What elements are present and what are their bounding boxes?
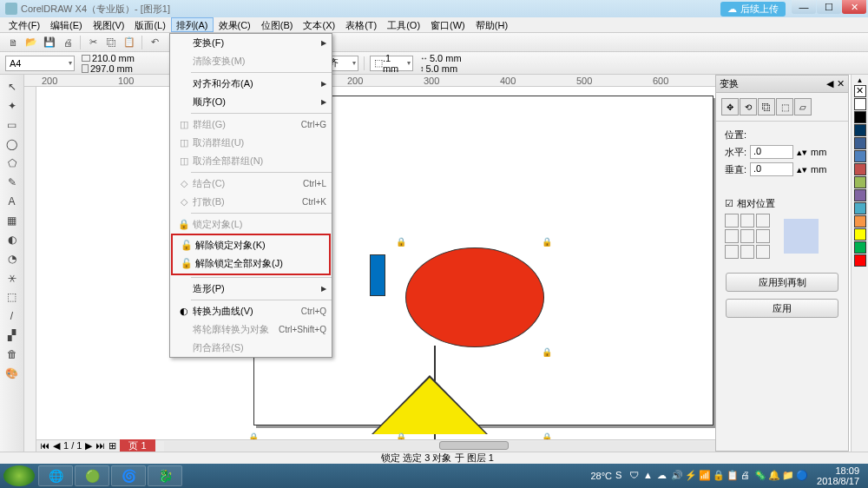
color-swatch[interactable] bbox=[854, 163, 866, 175]
ellipse-shape[interactable] bbox=[405, 247, 544, 347]
canvas-area[interactable]: 🔒 🔒 🔒 🔒 🔒 🔒 🔒 🔒 bbox=[36, 87, 715, 439]
menu-item[interactable]: 造形(P)▶ bbox=[170, 280, 332, 298]
next-page-icon[interactable]: ▶ bbox=[85, 440, 92, 452]
horizontal-scrollbar[interactable] bbox=[164, 441, 715, 452]
anchor-grid[interactable] bbox=[725, 214, 770, 259]
tool-5[interactable]: ✎ bbox=[3, 174, 21, 191]
tool-7[interactable]: ▦ bbox=[3, 212, 21, 229]
horizontal-input[interactable]: .0 bbox=[750, 145, 793, 159]
menu-1[interactable]: 编辑(E) bbox=[45, 17, 88, 32]
tray-icon[interactable]: 🔔 bbox=[768, 470, 780, 482]
paper-size-combo[interactable]: A4 bbox=[5, 56, 75, 71]
docker-close-icon[interactable]: ✕ bbox=[837, 78, 845, 89]
first-page-icon[interactable]: ⏮ bbox=[40, 440, 49, 452]
color-swatch[interactable] bbox=[854, 150, 866, 162]
color-swatch[interactable] bbox=[854, 111, 866, 123]
taskbar-app[interactable]: 🌀 bbox=[111, 465, 146, 486]
tray-icon[interactable]: ☁ bbox=[657, 470, 669, 482]
menu-item[interactable]: 顺序(O)▶ bbox=[170, 93, 332, 111]
triangle-shape[interactable] bbox=[373, 378, 486, 434]
tray-icon[interactable]: 🔵 bbox=[796, 470, 808, 482]
tool-15[interactable]: 🎨 bbox=[3, 365, 21, 382]
tray-icon[interactable]: 📋 bbox=[727, 470, 739, 482]
menu-11[interactable]: 帮助(H) bbox=[470, 17, 513, 32]
color-swatch[interactable] bbox=[854, 189, 866, 201]
nudge-y[interactable]: 5.0 mm bbox=[425, 63, 457, 74]
maximize-button[interactable]: ☐ bbox=[817, 0, 841, 14]
tray-icon[interactable]: ▲ bbox=[643, 470, 655, 482]
tool-0[interactable]: ↖ bbox=[3, 78, 21, 96]
menu-4[interactable]: 排列(A) bbox=[171, 17, 214, 32]
minimize-button[interactable]: — bbox=[792, 0, 816, 14]
menu-item[interactable]: 🔓解除锁定对象(K) bbox=[173, 236, 329, 254]
tool-8[interactable]: ◐ bbox=[3, 231, 21, 248]
page-tab[interactable]: 页 1 bbox=[120, 439, 155, 452]
vertical-input[interactable]: .0 bbox=[750, 162, 793, 176]
size-mode-icon[interactable]: ⬚ bbox=[776, 98, 793, 115]
tray-icon[interactable]: S bbox=[615, 470, 628, 482]
tray-icon[interactable]: 🦠 bbox=[754, 470, 766, 482]
weather-temp[interactable]: 28°C bbox=[590, 471, 612, 481]
tool-4[interactable]: ⬠ bbox=[3, 155, 21, 172]
color-swatch[interactable] bbox=[854, 98, 866, 110]
add-page-icon[interactable]: ⊞ bbox=[108, 440, 116, 452]
rotate-mode-icon[interactable]: ⟲ bbox=[740, 98, 757, 115]
tool-12[interactable]: / bbox=[3, 307, 21, 325]
tray-icon[interactable]: 📁 bbox=[782, 470, 794, 482]
color-swatch[interactable] bbox=[854, 124, 866, 136]
skew-mode-icon[interactable]: ▱ bbox=[794, 98, 812, 115]
new-icon[interactable]: 🗎 bbox=[5, 35, 21, 50]
tool-14[interactable]: 🗑 bbox=[3, 346, 21, 363]
color-swatch[interactable] bbox=[854, 254, 866, 267]
tray-icon[interactable]: ⚡ bbox=[685, 470, 697, 482]
tool-1[interactable]: ✦ bbox=[3, 97, 21, 115]
color-swatch[interactable] bbox=[854, 215, 866, 228]
taskbar-app[interactable]: 🐉 bbox=[148, 465, 182, 486]
page-height[interactable]: 297.0 mm bbox=[90, 63, 133, 74]
tray-icon[interactable]: 🛡 bbox=[629, 470, 641, 482]
tray-icon[interactable]: 🔒 bbox=[713, 470, 725, 482]
copy-icon[interactable]: ⿻ bbox=[103, 35, 119, 50]
paste-icon[interactable]: 📋 bbox=[122, 35, 137, 50]
color-swatch[interactable] bbox=[854, 228, 866, 241]
last-page-icon[interactable]: ⏭ bbox=[95, 440, 105, 452]
taskbar-app[interactable]: 🌐 bbox=[38, 465, 73, 486]
menu-item[interactable]: 变换(F)▶ bbox=[170, 34, 332, 52]
tray-icon[interactable]: 🖨 bbox=[740, 470, 753, 482]
page-navigator[interactable]: ⏮ ◀ 1 / 1 ▶ ⏭ ⊞ bbox=[36, 440, 120, 452]
tray-icon[interactable]: 🔊 bbox=[671, 470, 683, 482]
taskbar-app[interactable]: 🟢 bbox=[75, 465, 109, 486]
tool-13[interactable]: ▞ bbox=[3, 326, 21, 344]
clock[interactable]: 18:09 2018/8/17 bbox=[812, 465, 865, 486]
tool-11[interactable]: ⬚ bbox=[3, 288, 21, 306]
menu-3[interactable]: 版面(L) bbox=[129, 17, 170, 32]
apply-button[interactable]: 应用 bbox=[726, 299, 838, 318]
palette-up-icon[interactable]: ▲ bbox=[857, 76, 864, 84]
tool-3[interactable]: ◯ bbox=[3, 135, 21, 153]
docker-left-icon[interactable]: ◀ bbox=[826, 78, 833, 89]
checkbox-icon[interactable]: ☑ bbox=[725, 198, 733, 209]
menu-item[interactable]: 对齐和分布(A)▶ bbox=[170, 75, 332, 93]
tool-2[interactable]: ▭ bbox=[3, 116, 21, 134]
color-swatch[interactable] bbox=[854, 137, 866, 149]
page-width[interactable]: 210.0 mm bbox=[92, 53, 135, 63]
scale-mode-icon[interactable]: ⿻ bbox=[758, 98, 775, 115]
open-icon[interactable]: 📂 bbox=[23, 35, 39, 50]
no-fill-swatch[interactable]: ✕ bbox=[854, 85, 866, 97]
tool-6[interactable]: A bbox=[3, 193, 21, 210]
color-swatch[interactable] bbox=[854, 202, 866, 214]
menu-7[interactable]: 文本(X) bbox=[298, 17, 340, 32]
menu-9[interactable]: 工具(O) bbox=[382, 17, 425, 32]
menu-2[interactable]: 视图(V) bbox=[88, 17, 130, 32]
nudge-x[interactable]: 5.0 mm bbox=[430, 53, 462, 63]
undo-icon[interactable]: ↶ bbox=[147, 35, 162, 50]
start-button[interactable] bbox=[3, 465, 35, 486]
tray-icon[interactable]: 📶 bbox=[699, 470, 711, 482]
menu-item[interactable]: ◐转换为曲线(V)Ctrl+Q bbox=[170, 302, 332, 320]
menu-10[interactable]: 窗口(W) bbox=[425, 17, 470, 32]
print-icon[interactable]: 🖨 bbox=[60, 35, 76, 50]
color-swatch[interactable] bbox=[854, 176, 866, 188]
tool-10[interactable]: ⚹ bbox=[3, 269, 21, 287]
color-swatch[interactable] bbox=[854, 241, 866, 254]
cut-icon[interactable]: ✂ bbox=[85, 35, 101, 50]
